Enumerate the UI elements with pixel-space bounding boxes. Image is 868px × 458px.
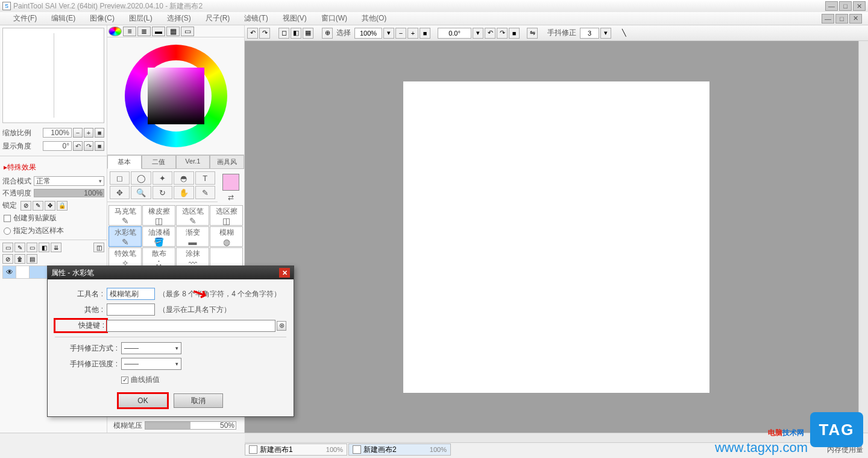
other-input[interactable] [107, 304, 155, 316]
menu-file[interactable]: 文件(F) [6, 12, 44, 25]
close-button[interactable]: ✕ [853, 1, 866, 11]
delete-layer-button[interactable]: 🗑 [14, 254, 25, 264]
opacity-slider[interactable]: 100% [34, 189, 104, 197]
curve-interp-checkbox[interactable]: ✓ [121, 377, 128, 384]
zoom-field[interactable]: 100% [354, 28, 382, 39]
canvas-zoom-in[interactable]: + [407, 28, 418, 39]
zoom-tool[interactable]: 🔍 [131, 186, 151, 199]
menu-image[interactable]: 图像(C) [83, 12, 122, 25]
tab-paint[interactable]: 画具风 [210, 155, 244, 169]
menu-filter[interactable]: 滤镜(T) [237, 12, 275, 25]
lock-all-button[interactable]: 🔒 [57, 201, 68, 211]
stabilizer-value[interactable]: 3 [580, 28, 599, 39]
transfer-down-button[interactable]: ⇊ [51, 243, 61, 252]
rotate-reset-button[interactable]: ■ [95, 141, 104, 151]
brush-bucket[interactable]: 油漆桶🪣 [142, 226, 175, 247]
doc-maximize-button[interactable]: □ [835, 14, 848, 24]
shape-tool[interactable]: ◓ [174, 171, 193, 185]
doc-tab-1[interactable]: 新建画布1 100% [245, 444, 347, 456]
brush-eraser[interactable]: 橡皮擦◫ [142, 205, 175, 226]
stab-mode-select[interactable]: —— [121, 342, 181, 354]
angle-field[interactable]: 0.0° [438, 28, 471, 39]
dialog-titlebar[interactable]: 属性 - 水彩笔 ✕ [48, 266, 294, 279]
foreground-color-swatch[interactable] [222, 174, 239, 191]
sv-box[interactable] [148, 68, 204, 124]
redo-button[interactable]: ↷ [259, 28, 270, 39]
blur-pressure-slider[interactable]: 50% [145, 421, 236, 430]
lasso-tool[interactable]: ◯ [131, 171, 151, 185]
swatches-icon[interactable]: ▦ [166, 27, 180, 36]
brush-select-pen[interactable]: 选区笔✎ [176, 205, 209, 226]
rotate-cw-button[interactable]: ↷ [84, 141, 93, 151]
shortcut-input[interactable] [107, 320, 275, 332]
color-wheel[interactable] [107, 37, 244, 154]
angle-dropdown[interactable]: ▾ [473, 28, 483, 39]
brush-gradient[interactable]: 渐变▬ [176, 226, 209, 247]
canvas-rot-reset[interactable]: ■ [509, 28, 520, 39]
visibility-icon[interactable]: 👁 [3, 266, 16, 278]
new-layer-button[interactable]: ▭ [2, 243, 13, 252]
brush-select-eraser[interactable]: 选区擦◫ [210, 205, 243, 226]
menu-edit[interactable]: 编辑(E) [44, 12, 83, 25]
menu-select[interactable]: 选择(S) [160, 12, 198, 25]
doc-close-button[interactable]: ✕ [849, 14, 862, 24]
undo-button[interactable]: ↶ [247, 28, 258, 39]
flip-h-button[interactable]: ⇋ [527, 28, 538, 39]
text-tool[interactable]: T [195, 171, 215, 185]
zoom-dropdown[interactable]: ▾ [383, 28, 394, 39]
swap-colors-icon[interactable]: ⇄ [220, 193, 242, 202]
canvas-rot-ccw[interactable]: ↶ [485, 28, 495, 39]
dialog-close-button[interactable]: ✕ [279, 268, 290, 278]
brush-empty[interactable] [210, 247, 243, 268]
zoom-in-button[interactable]: + [84, 128, 93, 138]
tab-ver1[interactable]: Ver.1 [176, 155, 210, 169]
brush-marker[interactable]: 马克笔✎ [108, 205, 142, 226]
brush-smudge[interactable]: 涂抹〰 [176, 247, 209, 268]
select-mode-icon[interactable]: ⊕ [322, 28, 333, 39]
doc-minimize-button[interactable]: — [822, 14, 834, 24]
clipping-mask-checkbox[interactable] [4, 215, 11, 222]
brush-watercolor[interactable]: 水彩笔✎ [108, 226, 142, 247]
brush-effect[interactable]: 特效笔✧ [108, 247, 142, 268]
color-wheel-mode-icon[interactable] [108, 27, 122, 36]
tab-basic[interactable]: 基本 [107, 155, 142, 169]
ok-button[interactable]: OK [118, 393, 168, 408]
cancel-button[interactable]: 取消 [174, 393, 223, 408]
scratchpad-icon[interactable]: ▭ [181, 27, 194, 36]
gray-slider-icon[interactable]: ▬ [152, 27, 165, 36]
navigator-thumbnail[interactable] [2, 28, 104, 123]
rotate-tool[interactable]: ↻ [153, 186, 172, 199]
menu-window[interactable]: 窗口(W) [314, 12, 354, 25]
canvas[interactable] [403, 81, 709, 393]
toolname-input[interactable]: 模糊笔刷 [107, 288, 155, 300]
menu-view[interactable]: 视图(V) [275, 12, 314, 25]
brush-scatter[interactable]: 散布∴ [142, 247, 175, 268]
brush-blur[interactable]: 模糊◍ [210, 226, 243, 247]
shortcut-clear-button[interactable]: ⊗ [277, 321, 286, 331]
flatten-button[interactable]: ▤ [27, 254, 37, 264]
hsv-slider-icon[interactable]: ≣ [137, 27, 151, 36]
move-tool[interactable]: ✥ [110, 186, 130, 199]
clear-layer-button[interactable]: ⊘ [2, 254, 13, 264]
zoom-value[interactable]: 100% [43, 128, 72, 138]
canvas-rot-cw[interactable]: ↷ [497, 28, 508, 39]
canvas-viewport[interactable] [245, 41, 868, 433]
rotate-ccw-button[interactable]: ↶ [73, 141, 83, 151]
rect-select-tool[interactable]: ◻ [110, 171, 130, 185]
rgb-slider-icon[interactable]: ≡ [123, 27, 136, 36]
eyedropper-tool[interactable]: ✎ [195, 186, 215, 199]
menu-ruler[interactable]: 尺子(R) [198, 12, 237, 25]
magic-wand-tool[interactable]: ✦ [153, 171, 172, 185]
special-effect-header[interactable]: ▸特殊效果 [0, 160, 107, 175]
show-sel-button[interactable]: ▦ [303, 28, 313, 39]
minimize-button[interactable]: — [825, 1, 838, 11]
angle-value[interactable]: 0° [43, 141, 72, 151]
canvas-zoom-fit[interactable]: ■ [420, 28, 430, 39]
doc-tab-2[interactable]: 新建画布2 100% [348, 444, 451, 456]
hand-tool[interactable]: ✋ [174, 186, 193, 199]
new-linework-button[interactable]: ✎ [14, 243, 25, 252]
new-folder-button[interactable]: ▭ [27, 243, 37, 252]
maximize-button[interactable]: □ [839, 1, 852, 11]
selection-sample-radio[interactable] [4, 227, 11, 235]
tab-binary[interactable]: 二值 [142, 155, 176, 169]
